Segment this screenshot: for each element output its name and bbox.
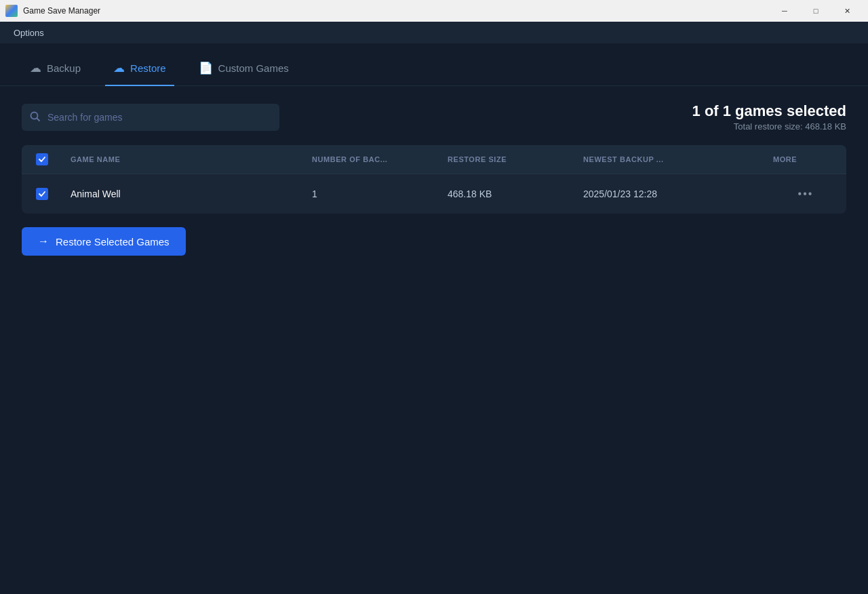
th-game-name: GAME NAME (62, 153, 304, 165)
svg-line-1 (37, 118, 40, 121)
titlebar: Game Save Manager ─ □ ✕ (0, 0, 868, 22)
search-input[interactable] (22, 104, 279, 131)
tab-custom-games[interactable]: 📄 Custom Games (191, 54, 297, 86)
top-row: 1 of 1 games selected Total restore size… (22, 102, 846, 132)
app-container: ☁ Backup ☁ Restore 📄 Custom Games (0, 43, 868, 594)
th-more: MORE (765, 153, 846, 165)
row-checkbox-cell (22, 188, 62, 200)
restore-button-label: Restore Selected Games (56, 236, 170, 248)
row-more-button[interactable]: ••• (793, 185, 819, 203)
table-row: Animal Well 1 468.18 KB 2025/01/23 12:28… (22, 174, 846, 214)
row-num-backups: 1 (304, 189, 439, 199)
search-container (22, 104, 279, 131)
select-all-checkbox[interactable] (36, 153, 48, 165)
restore-selected-button[interactable]: → Restore Selected Games (22, 227, 186, 256)
options-menu[interactable]: Options (8, 25, 50, 41)
tab-custom-games-label: Custom Games (218, 62, 289, 74)
minimize-button[interactable]: ─ (769, 0, 800, 22)
maximize-button[interactable]: □ (800, 0, 831, 22)
titlebar-title: Game Save Manager (23, 6, 764, 16)
tab-backup[interactable]: ☁ Backup (22, 54, 89, 86)
tab-backup-label: Backup (47, 62, 81, 74)
backup-cloud-icon: ☁ (30, 61, 41, 75)
search-icon (30, 111, 40, 123)
main-content: 1 of 1 games selected Total restore size… (0, 86, 868, 594)
th-newest-backup: NEWEST BACKUP ... (575, 153, 765, 165)
games-table: GAME NAME NUMBER OF BAC... RESTORE SIZE … (22, 145, 846, 214)
row-newest-backup: 2025/01/23 12:28 (575, 189, 765, 199)
close-button[interactable]: ✕ (831, 0, 863, 22)
row-more-cell: ••• (765, 185, 846, 203)
th-select (22, 153, 62, 165)
th-restore-size: RESTORE SIZE (439, 153, 575, 165)
app-icon (5, 5, 18, 17)
selection-info: 1 of 1 games selected Total restore size… (692, 102, 846, 132)
restore-cloud-icon: ☁ (113, 61, 125, 75)
selection-size: Total restore size: 468.18 KB (692, 121, 846, 132)
menubar: Options (0, 22, 868, 43)
row-restore-size: 468.18 KB (439, 189, 575, 199)
row-game-name: Animal Well (62, 189, 304, 199)
tab-restore-label: Restore (130, 62, 166, 74)
th-num-backups: NUMBER OF BAC... (304, 153, 439, 165)
titlebar-controls: ─ □ ✕ (769, 0, 863, 22)
custom-games-icon: 📄 (199, 61, 213, 75)
restore-arrow-icon: → (38, 235, 49, 248)
row-checkbox[interactable] (36, 188, 48, 200)
tab-bar: ☁ Backup ☁ Restore 📄 Custom Games (0, 43, 868, 86)
table-header: GAME NAME NUMBER OF BAC... RESTORE SIZE … (22, 145, 846, 174)
selection-count: 1 of 1 games selected (692, 102, 846, 120)
tab-restore[interactable]: ☁ Restore (105, 54, 174, 86)
